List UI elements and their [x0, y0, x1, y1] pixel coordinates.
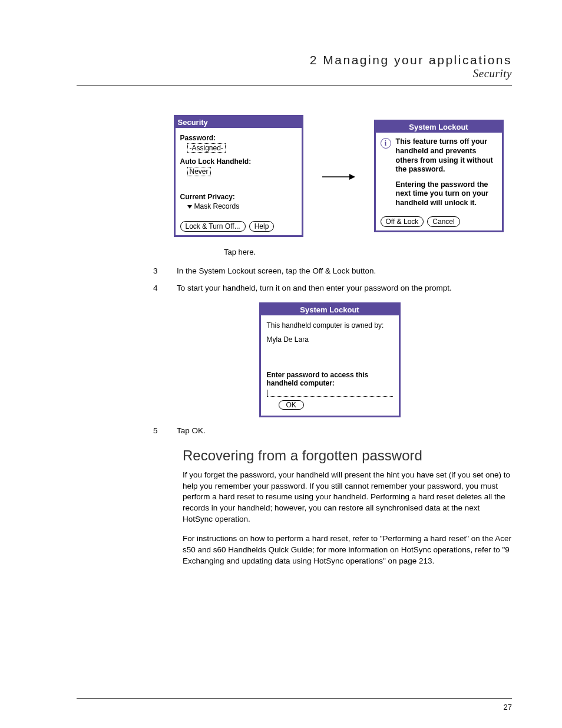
ok-button[interactable]: OK — [279, 400, 304, 410]
off-lock-button[interactable]: Off & Lock — [381, 216, 424, 227]
step-3-text: In the System Lockout screen, tap the Of… — [177, 266, 376, 277]
step-4: 4 To start your handheld, turn it on and… — [153, 283, 512, 294]
step-5: 5 Tap OK. — [153, 426, 512, 437]
enter-password-label: Enter password to access this handheld c… — [267, 371, 393, 387]
step-4-num: 4 — [153, 283, 177, 294]
recovering-p2: For instructions on how to perform a har… — [183, 533, 512, 567]
autolock-value[interactable]: Never — [187, 167, 211, 176]
recovering-heading: Recovering from a forgotten password — [183, 447, 512, 464]
security-titlebar: Security — [176, 117, 302, 128]
owner-lockout-screen: System Lockout This handheld computer is… — [259, 302, 401, 417]
step-4-text: To start your handheld, turn it on and t… — [177, 283, 452, 294]
section-title: Security — [77, 67, 512, 80]
step-3-num: 3 — [153, 266, 177, 277]
tap-here-caption: Tap here. — [224, 248, 512, 256]
screenshot-row: Security Password: -Assigned- Auto Lock … — [165, 115, 512, 237]
password-label: Password: — [180, 134, 297, 142]
owned-by-label: This handheld computer is owned by: — [267, 321, 393, 330]
help-button[interactable]: Help — [249, 221, 275, 232]
privacy-label: Current Privacy: — [180, 193, 297, 201]
step-5-text: Tap OK. — [177, 426, 206, 437]
privacy-dropdown[interactable]: Mask Records — [187, 202, 297, 210]
info-icon: i — [381, 138, 391, 149]
page-number: 27 — [504, 703, 512, 711]
system-lockout-dialog: System Lockout i This feature turns off … — [374, 120, 504, 232]
autolock-label: Auto Lock Handheld: — [180, 157, 297, 166]
privacy-value: Mask Records — [194, 202, 240, 210]
password-value[interactable]: -Assigned- — [187, 143, 226, 153]
lockout-para1: This feature turns off your handheld and… — [396, 137, 497, 174]
recovering-p1: If you forget the password, your handhel… — [183, 470, 512, 525]
owner-titlebar: System Lockout — [261, 304, 399, 315]
arrow-icon — [321, 169, 356, 184]
lockout-para2: Entering the password the next time you … — [396, 180, 497, 208]
svg-marker-1 — [349, 174, 355, 180]
owner-name: Myla De Lara — [267, 335, 393, 344]
chevron-down-icon — [187, 205, 192, 209]
password-input[interactable] — [267, 388, 393, 397]
step-3: 3 In the System Lockout screen, tap the … — [153, 266, 512, 277]
lock-turn-off-button[interactable]: Lock & Turn Off... — [180, 221, 246, 232]
security-screen: Security Password: -Assigned- Auto Lock … — [174, 115, 303, 237]
chapter-title: 2 Managing your applications — [77, 53, 512, 67]
step-5-num: 5 — [153, 426, 177, 437]
lockout-titlebar: System Lockout — [376, 121, 502, 133]
cancel-button[interactable]: Cancel — [427, 216, 459, 227]
header-rule — [77, 85, 512, 85]
footer-rule — [77, 698, 512, 699]
